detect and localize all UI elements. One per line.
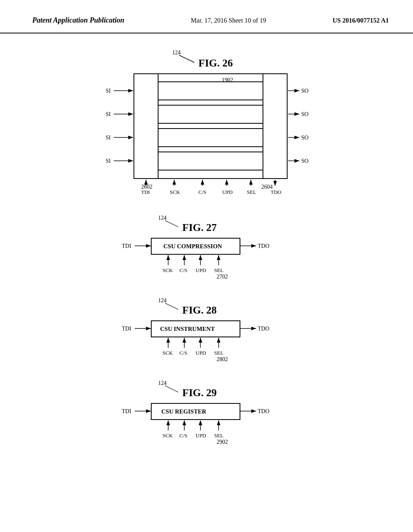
fig27-svg: 124 FIG. 27 TDI CSU COMPRESSION TDO SCK	[98, 211, 323, 281]
svg-line-20	[165, 220, 178, 227]
figure-28-section: 124 FIG. 28 TDI CSU INSTRUMENT TDO SCK	[32, 293, 389, 364]
fig26-row1	[158, 82, 263, 100]
fig26-upd: UPD	[222, 189, 233, 195]
figure-29-section: 124 FIG. 29 TDI CSU REGISTER TDO SCK C/	[32, 376, 389, 447]
fig26-so4: SO	[301, 158, 309, 164]
fig28-box-label: CSU INSTRUMENT	[160, 326, 215, 332]
fig26-si2: SI	[106, 111, 111, 117]
fig29-tdo: TDO	[258, 408, 269, 414]
fig26-right-block	[263, 74, 287, 179]
fig28-cs: C/S	[179, 350, 188, 356]
svg-line-28	[165, 303, 178, 310]
figure-26-section: 124 FIG. 26 1902 SI	[32, 46, 389, 199]
fig27-box-label: CSU COMPRESSION	[163, 243, 222, 249]
fig26-si3: SI	[106, 135, 111, 141]
publication-label: Patent Application Publication	[32, 16, 124, 25]
fig29-ref: 124	[158, 380, 167, 386]
fig26-title: FIG. 26	[198, 57, 233, 69]
fig26-so3: SO	[301, 135, 309, 141]
fig29-title: FIG. 29	[182, 387, 217, 399]
fig27-upd: UPD	[196, 267, 206, 273]
fig26-si4: SI	[106, 158, 111, 164]
fig29-upd: UPD	[196, 432, 206, 438]
fig27-sck: SCK	[163, 267, 173, 273]
fig28-upd: UPD	[196, 350, 206, 356]
patent-number: US 2016/0077152 A1	[332, 17, 389, 24]
page: Patent Application Publication Mar. 17, …	[0, 0, 413, 532]
figure-27-section: 124 FIG. 27 TDI CSU COMPRESSION TDO SCK	[32, 211, 389, 281]
fig29-refnum: 2902	[217, 439, 228, 445]
fig27-cs: C/S	[179, 267, 188, 273]
fig28-refnum: 2802	[217, 356, 228, 362]
fig29-box-label: CSU REGISTER	[161, 408, 206, 415]
fig26-svg: 124 FIG. 26 1902 SI	[69, 46, 352, 199]
page-header: Patent Application Publication Mar. 17, …	[0, 0, 413, 33]
fig26-ref-num: 124	[172, 50, 181, 56]
fig27-ref: 124	[158, 215, 167, 221]
fig29-svg: 124 FIG. 29 TDI CSU REGISTER TDO SCK C/	[98, 376, 323, 447]
fig26-si1: SI	[106, 88, 111, 94]
fig28-sel: SEL	[214, 350, 223, 356]
svg-line-0	[179, 55, 194, 62]
fig26-so1: SO	[301, 88, 309, 94]
fig29-sck: SCK	[163, 432, 173, 438]
fig26-sel: SEL	[247, 189, 256, 195]
fig28-title: FIG. 28	[182, 304, 217, 316]
fig28-sck: SCK	[163, 350, 173, 356]
fig26-sck: SCK	[170, 189, 180, 195]
sheet-info: Mar. 17, 2016 Sheet 10 of 19	[191, 17, 266, 24]
fig29-tdi: TDI	[122, 408, 131, 414]
fig26-row3	[158, 129, 263, 147]
fig27-tdi: TDI	[122, 243, 131, 249]
fig26-tdo: TDO	[271, 189, 282, 195]
fig29-cs: C/S	[179, 432, 188, 438]
svg-line-36	[165, 386, 178, 392]
fig27-title: FIG. 27	[182, 222, 217, 233]
fig28-tdo: TDO	[258, 326, 269, 332]
fig26-tdi: TDI	[141, 189, 150, 195]
fig29-sel: SEL	[214, 432, 223, 438]
fig27-tdo: TDO	[258, 243, 269, 249]
main-content: 124 FIG. 26 1902 SI	[0, 37, 413, 455]
fig28-ref: 124	[158, 297, 167, 303]
fig26-row2	[158, 105, 263, 123]
fig26-row4	[158, 152, 263, 170]
fig28-tdi: TDI	[122, 326, 131, 332]
fig28-svg: 124 FIG. 28 TDI CSU INSTRUMENT TDO SCK	[98, 293, 323, 364]
fig26-so2: SO	[301, 111, 309, 117]
fig27-sel: SEL	[214, 267, 223, 273]
fig27-refnum: 2702	[217, 274, 228, 280]
fig26-left-block	[134, 74, 158, 179]
fig26-cs: C/S	[198, 189, 206, 195]
